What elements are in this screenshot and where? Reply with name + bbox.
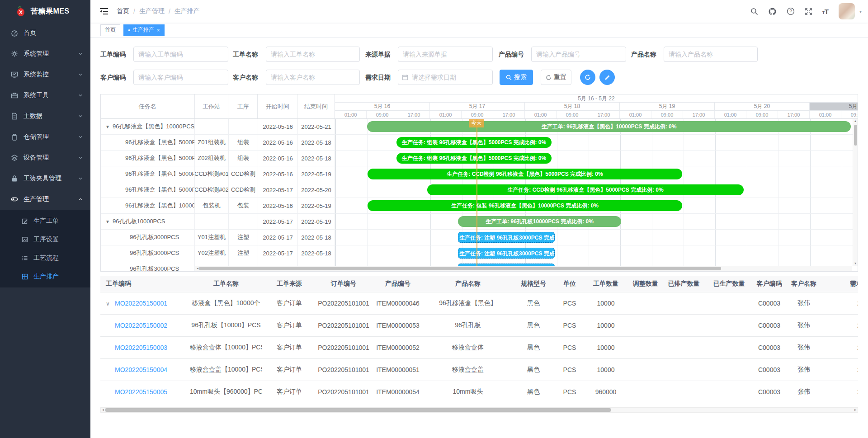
demand-date-input[interactable] — [398, 70, 493, 85]
refresh-schedule-button[interactable] — [580, 70, 595, 85]
sidebar-item-production-scheduling[interactable]: 生产排产 — [0, 267, 90, 286]
tree-toggle-icon[interactable]: ▼ — [105, 124, 110, 129]
gantt-workstation-cell — [195, 214, 229, 229]
adjust-qty-cell — [628, 381, 662, 403]
row-expand-icon[interactable]: ∨ — [106, 301, 115, 307]
gantt-end-cell: 2022-05-21 — [298, 119, 335, 134]
customer-code-input[interactable] — [133, 70, 228, 85]
sidebar-item-system-mgmt[interactable]: 系统管理 — [0, 43, 90, 64]
gantt-bar[interactable]: 生产任务: 包装 96孔移液盒【黑色】10000PCS 完成比例: 0% — [368, 200, 682, 211]
filter-label-source-doc: 来源单据 — [365, 47, 391, 62]
sidebar-item-fixture-mgmt[interactable]: 工装夹具管理 — [0, 168, 90, 189]
sidebar-item-label: 主数据 — [24, 112, 78, 120]
sidebar-item-production-mgmt[interactable]: 生产管理 — [0, 189, 90, 210]
tab-close-icon[interactable]: × — [157, 27, 160, 33]
order-code-link[interactable]: MO202205150001 — [115, 300, 167, 307]
gantt-timeline-row: 生产任务: 注塑 96孔孔板3000PCS 完成比例: 0% — [335, 230, 858, 245]
gantt-bar[interactable]: 生产任务: CCD检测 96孔移液盒【黑色】5000PCS 完成比例: 0% — [368, 169, 682, 179]
scrollbar-thumb[interactable] — [105, 408, 611, 412]
scroll-right-icon[interactable]: ▸ — [853, 408, 858, 412]
user-avatar[interactable] — [839, 3, 855, 19]
help-icon[interactable]: ? — [787, 7, 795, 15]
gantt-bar[interactable]: 生产任务: CCD检测 96孔移液盒【黑色】5000PCS 完成比例: 0% — [427, 184, 744, 195]
sidebar-item-production-orders[interactable]: 生产工单 — [0, 212, 90, 230]
gantt-workstation-cell: CCD检测#02 — [195, 182, 229, 198]
sidebar-item-label: 系统管理 — [24, 50, 78, 58]
font-size-icon[interactable]: тT — [822, 8, 829, 15]
gantt-day-cell: 5月 16 — [335, 103, 430, 110]
gantt-process-cell: 组装 — [229, 135, 258, 150]
order-code-cell: MO202205150002 — [100, 314, 190, 336]
breadcrumb-production-scheduling[interactable]: 生产排产 — [175, 7, 200, 15]
user-menu-caret-icon[interactable]: ▾ — [859, 9, 862, 14]
gantt-bar[interactable]: 生产工单: 96孔移液盒【黑色】10000PCS 完成比例: 0% — [367, 121, 851, 132]
order-code-link[interactable]: MO202205150004 — [115, 366, 167, 373]
sidebar-collapse-icon[interactable] — [99, 7, 108, 15]
fullscreen-icon[interactable] — [805, 8, 812, 15]
sidebar-item-system-monitor[interactable]: 系统监控 — [0, 64, 90, 85]
source-doc-input[interactable] — [398, 47, 493, 62]
gantt-process-cell: 包装 — [229, 198, 258, 213]
table-horizontal-scrollbar[interactable]: ◂ ▸ — [100, 407, 858, 413]
sidebar-item-warehouse-mgmt[interactable]: 仓储管理 — [0, 127, 90, 147]
product-code-input[interactable] — [531, 47, 626, 62]
scrollbar-thumb[interactable] — [199, 267, 721, 270]
gantt-process-cell: 注塑 — [229, 230, 258, 245]
scrollbar-thumb[interactable] — [854, 125, 857, 146]
sidebar-item-master-data[interactable]: 主数据 — [0, 106, 90, 127]
gantt-time-cell: 01:00 — [810, 111, 841, 118]
github-icon[interactable] — [768, 7, 777, 16]
search-button[interactable]: 搜索 — [500, 70, 533, 85]
product-name-input[interactable] — [664, 47, 758, 62]
order-code-link[interactable]: MO202205150005 — [115, 388, 167, 396]
reset-button[interactable]: 重置 — [541, 70, 571, 85]
demand-date-cell: 202 — [822, 336, 858, 358]
breadcrumb-home[interactable]: 首页 — [117, 7, 129, 15]
spec-cell: 黑色 — [511, 292, 556, 314]
chevron-down-icon — [78, 134, 83, 140]
sidebar-item-system-tools[interactable]: 系统工具 — [0, 85, 90, 106]
gantt-vertical-scrollbar[interactable]: ▴ ▾ — [853, 119, 858, 266]
scroll-up-icon[interactable]: ▴ — [853, 119, 858, 123]
gantt-horizontal-scrollbar[interactable]: ◂ — [195, 266, 852, 271]
app-logo[interactable]: 苦糖果MES — [0, 0, 90, 23]
edit-schedule-button[interactable] — [599, 70, 615, 85]
spec-cell: 黑色 — [511, 358, 556, 381]
search-icon[interactable] — [750, 8, 758, 15]
tab-home[interactable]: 首页 — [100, 24, 120, 36]
gantt-time-cell: 01:00 — [715, 111, 746, 118]
sales-order-cell: PO202205101001 — [316, 358, 371, 381]
breadcrumb-production-mgmt[interactable]: 生产管理 — [139, 7, 165, 15]
lock-icon — [11, 175, 18, 182]
gantt-bar[interactable]: 生产任务: 组装 96孔移液盒【黑色】5000PCS 完成比例: 0% — [396, 137, 552, 148]
customer-name-input[interactable] — [266, 70, 360, 85]
gantt-time-cell: 17:00 — [683, 111, 715, 118]
sidebar-item-equipment-mgmt[interactable]: 设备管理 — [0, 147, 90, 168]
table-row: MO202205150003 移液盒盒体【10000】PCS 客户订单 PO20… — [100, 336, 858, 358]
tree-toggle-icon[interactable]: ▼ — [105, 219, 110, 224]
order-code-link[interactable]: MO202205150003 — [115, 344, 167, 351]
gantt-time-cell: 01:00 — [335, 111, 367, 118]
sidebar-item-process-flow[interactable]: 工艺流程 — [0, 249, 90, 267]
col-customer-name: 客户名称 — [786, 276, 822, 292]
order-name-input[interactable] — [266, 47, 360, 62]
gantt-bar[interactable]: 生产工单: 96孔孔板10000PCS 完成比例: 0% — [458, 216, 621, 227]
sidebar-item-label: 工艺流程 — [33, 254, 59, 262]
order-code-link[interactable]: MO202205150002 — [115, 322, 167, 329]
chevron-down-icon — [78, 51, 83, 57]
tab-production-scheduling[interactable]: ● 生产排产 × — [123, 24, 165, 36]
sidebar-item-process-settings[interactable]: 工序设置 — [0, 230, 90, 249]
order-code-cell: MO202205150003 — [100, 336, 190, 358]
gantt-task-row: 96孔孔板3000PCS Y02注塑机 注塑 2022-05-17 2022-0… — [101, 245, 335, 261]
produced-qty-cell — [705, 292, 753, 314]
order-code-input[interactable] — [133, 47, 228, 62]
gantt-bar[interactable]: 生产任务: 注塑 96孔孔板3000PCS 完成比例: 0% — [458, 232, 555, 243]
gantt-day-cell: 5月 19 — [620, 103, 715, 110]
gantt-workstation-cell: Z02组装机 — [195, 151, 229, 166]
gantt-bar[interactable]: 生产任务: 组装 96孔移液盒【黑色】5000PCS 完成比例: 0% — [396, 153, 552, 164]
sidebar-item-home[interactable]: 首页 — [0, 23, 90, 43]
sidebar-item-label: 生产工单 — [33, 217, 59, 225]
gantt-bar[interactable]: 生产任务: 注塑 96孔孔板3000PCS 完成比例: 0% — [458, 248, 555, 259]
scroll-down-icon[interactable]: ▾ — [853, 261, 858, 266]
col-sales-order: 订单编号 — [316, 276, 371, 292]
